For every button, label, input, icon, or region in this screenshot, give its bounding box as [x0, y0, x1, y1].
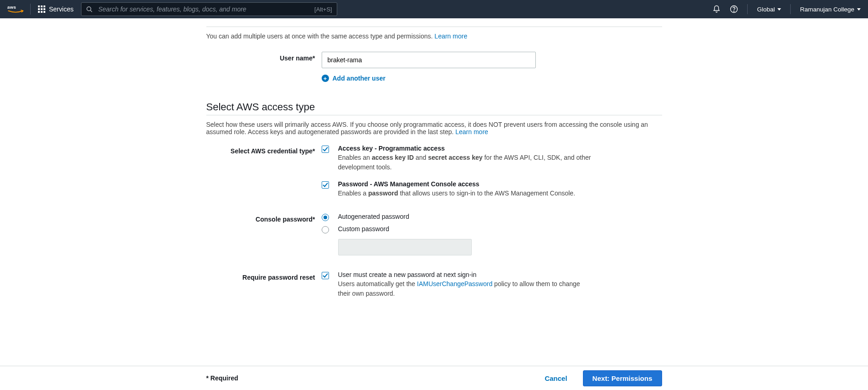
- field-require-password-reset: Require password reset User must create …: [206, 271, 662, 307]
- search-shortcut-hint: [Alt+S]: [314, 6, 332, 13]
- username-label: User name*: [206, 52, 322, 62]
- option-title: Access key - Programmatic access: [338, 145, 594, 152]
- section-divider: [206, 115, 662, 115]
- search-input[interactable]: [97, 5, 310, 13]
- section-divider: [206, 27, 662, 27]
- region-selector[interactable]: Global: [757, 6, 781, 13]
- require-password-reset-option: User must create a new password at next …: [322, 271, 662, 298]
- field-credential-type: Select AWS credential type* Access key -…: [206, 145, 662, 206]
- credential-option-access-key: Access key - Programmatic access Enables…: [322, 145, 662, 172]
- global-search[interactable]: [Alt+S]: [81, 2, 337, 16]
- svg-point-1: [87, 6, 91, 11]
- helper-text: You can add multiple users at once with …: [206, 32, 435, 40]
- radio-label: Custom password: [338, 225, 594, 233]
- option-title: Password - AWS Management Console access: [338, 180, 594, 188]
- checkbox-password[interactable]: [322, 181, 329, 189]
- credential-option-password: Password - AWS Management Console access…: [322, 180, 662, 198]
- svg-point-4: [734, 11, 734, 11]
- learn-more-link-access[interactable]: Learn more: [455, 128, 488, 135]
- require-password-reset-label: Require password reset: [206, 271, 322, 281]
- checkbox-access-key[interactable]: [322, 146, 329, 153]
- console-pw-option-auto: Autogenerated password: [322, 213, 662, 222]
- region-label: Global: [757, 6, 775, 13]
- add-another-user-label: Add another user: [333, 75, 386, 82]
- main-content: You can add multiple users at once with …: [206, 18, 662, 354]
- top-nav: aws Services [Alt+S]: [0, 0, 868, 18]
- option-desc: Enables a password that allows users to …: [338, 189, 594, 198]
- notifications-button[interactable]: [712, 5, 721, 13]
- account-selector[interactable]: Ramanujan College: [800, 6, 861, 13]
- checkbox-require-password-reset[interactable]: [322, 272, 329, 279]
- search-icon: [86, 6, 93, 13]
- nav-right-cluster: Global Ramanujan College: [712, 4, 861, 14]
- services-menu-button[interactable]: Services: [38, 5, 74, 13]
- account-label: Ramanujan College: [800, 6, 854, 13]
- nav-divider: [790, 4, 791, 14]
- field-console-password: Console password* Autogenerated password…: [206, 213, 662, 255]
- aws-logo-icon: aws: [7, 4, 24, 14]
- nav-divider: [747, 4, 748, 14]
- required-fields-note: * Required: [206, 374, 238, 382]
- next-permissions-button[interactable]: Next: Permissions: [583, 370, 662, 386]
- field-username: User name* + Add another user: [206, 52, 662, 82]
- svg-line-2: [90, 10, 92, 12]
- users-helper-text: You can add multiple users at once with …: [206, 32, 662, 40]
- iam-policy-link[interactable]: IAMUserChangePassword: [417, 280, 492, 287]
- radio-custom-password[interactable]: [322, 226, 329, 233]
- custom-password-input-disabled: [338, 239, 472, 255]
- bell-icon: [712, 5, 721, 13]
- learn-more-link-users[interactable]: Learn more: [435, 32, 468, 40]
- section-title-access-type: Select AWS access type: [206, 101, 662, 113]
- access-helper-text: Select how these users will primarily ac…: [206, 121, 662, 135]
- wizard-footer: * Required Cancel Next: Permissions: [0, 366, 868, 390]
- option-desc: Enables an access key ID and secret acce…: [338, 153, 594, 172]
- helper-text: Select how these users will primarily ac…: [206, 121, 648, 135]
- radio-autogenerated-password[interactable]: [322, 214, 329, 221]
- svg-text:aws: aws: [7, 5, 16, 10]
- console-pw-option-custom: Custom password: [322, 225, 662, 255]
- grid-icon: [38, 5, 45, 13]
- chevron-down-icon: [777, 8, 781, 11]
- reset-line2: Users automatically get the IAMUserChang…: [338, 279, 594, 298]
- chevron-down-icon: [857, 8, 861, 11]
- radio-label: Autogenerated password: [338, 213, 594, 220]
- add-another-user-button[interactable]: + Add another user: [322, 75, 386, 82]
- cancel-button[interactable]: Cancel: [542, 374, 570, 383]
- aws-logo[interactable]: aws: [7, 4, 31, 15]
- credential-type-label: Select AWS credential type*: [206, 145, 322, 155]
- help-icon: [730, 5, 738, 13]
- help-button[interactable]: [730, 5, 738, 13]
- reset-line1: User must create a new password at next …: [338, 271, 594, 278]
- console-password-label: Console password*: [206, 213, 322, 223]
- username-input[interactable]: [322, 52, 536, 68]
- services-label: Services: [49, 5, 74, 13]
- plus-circle-icon: +: [322, 75, 329, 82]
